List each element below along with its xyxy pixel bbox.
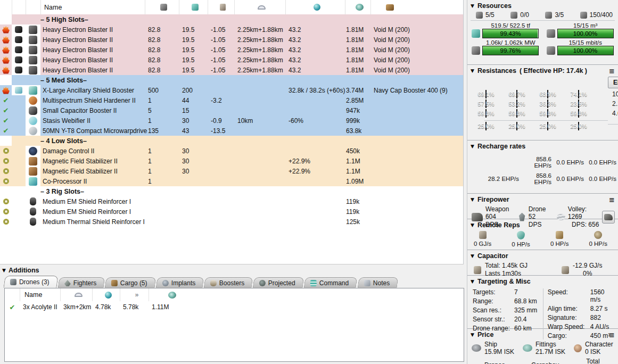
module-state-cell — [0, 85, 12, 95]
resources-header[interactable]: ▼ Resources — [471, 1, 615, 11]
firepower-menu-icon[interactable]: ≡ — [609, 196, 615, 203]
module-row[interactable]: Heavy Electron Blaster II82.819.5-1.052.… — [0, 45, 463, 55]
quantity-column-header[interactable]: » — [120, 288, 149, 301]
booster-icon — [210, 280, 217, 286]
module-charge-name — [370, 105, 463, 115]
resource-progress-bar: 100.00% — [557, 46, 614, 55]
module-row[interactable]: Heavy Electron Blaster II82.819.5-1.052.… — [0, 55, 463, 65]
layer-ehp-value: 2.18k — [608, 100, 618, 107]
charge-icon-cell — [12, 126, 26, 136]
stat-value: 882 — [590, 314, 601, 321]
module-row[interactable]: Magnetic Field Stabilizer II130+22.9%1.1… — [0, 156, 463, 166]
mag-stab-icon — [29, 157, 37, 166]
shield-boost-icon — [517, 231, 525, 239]
drone-name-column-header[interactable]: Name — [20, 288, 60, 301]
module-powergrid: 135 — [145, 126, 179, 136]
charge-icon-column-header[interactable] — [12, 0, 26, 14]
overheat-icon — [2, 46, 10, 54]
tab-fighters[interactable]: Fighters — [57, 277, 105, 288]
tab-boosters[interactable]: Boosters — [204, 277, 253, 288]
cap-charge-icon — [15, 87, 22, 94]
module-cpu — [179, 217, 208, 227]
tab-drones-3[interactable]: Drones (3) — [3, 276, 58, 288]
price-menu-icon[interactable]: ≡ — [609, 332, 615, 338]
capacitor-header[interactable]: ▼ Capacitor — [471, 251, 615, 261]
module-state-cell: ✔ — [0, 126, 12, 136]
tab-notes[interactable]: Notes — [357, 277, 398, 288]
module-icon-cell — [26, 24, 40, 35]
module-icon-cell — [26, 176, 40, 186]
hull-repair-icon — [594, 231, 602, 239]
tab-command[interactable]: Command — [304, 277, 358, 288]
module-row[interactable]: Heavy Electron Blaster II82.819.5-1.052.… — [0, 65, 463, 75]
resistances-menu-icon[interactable]: ≡ — [609, 68, 615, 75]
resource-bar-block: 15/15 mbit/s100.00% — [547, 39, 614, 55]
drone-state-column-header[interactable] — [5, 288, 20, 301]
module-row[interactable]: Medium EM Shield Reinforcer I119k — [0, 196, 463, 206]
module-misc: 43.2 — [285, 24, 345, 35]
drones-table-header: Name » — [5, 288, 464, 301]
stat-row: Sensor str.:20.4 — [473, 316, 541, 323]
resistances-header[interactable]: ▼ Resistances ( Effective HP: 17.4k ) ≡ — [471, 66, 615, 76]
module-name: Multispectrum Shield Hardener II — [40, 95, 145, 105]
module-row[interactable]: Damage Control II130450k — [0, 146, 463, 156]
module-row[interactable]: Magnetic Field Stabilizer II130+22.9%1.1… — [0, 166, 463, 176]
module-misc: -60% — [285, 115, 345, 126]
module-cap-use: -1.05 — [208, 65, 234, 75]
stat-label: Targets: — [473, 288, 514, 296]
charge-icon-cell — [12, 45, 26, 55]
tab-projected[interactable]: Projected — [253, 277, 304, 288]
drone-row[interactable]: ✔ 3x Acolyte II 3km+2km 4.78k 5.78k 1.11… — [5, 301, 464, 313]
thermal-resist-bar: 53.2% — [516, 100, 517, 108]
name-column-header[interactable]: Name — [40, 0, 145, 14]
module-cpu: 44 — [179, 95, 208, 105]
module-row[interactable]: Co-Processor II11.09M — [0, 176, 463, 186]
tab-label: Fighters — [73, 279, 96, 287]
module-charge-name: Void M (200) — [370, 35, 463, 45]
module-row[interactable]: ✔Small Capacitor Booster II515947k — [0, 105, 463, 115]
stat-row: Targets:7 — [473, 288, 541, 296]
tab-label: Notes — [373, 279, 389, 287]
module-row[interactable]: Medium EM Shield Reinforcer I119k — [0, 206, 463, 217]
em-resist-bar: 57.5% — [485, 100, 487, 108]
module-cpu: 30 — [179, 115, 208, 126]
firepower-header[interactable]: ▼ Firepower ≡ — [471, 195, 615, 204]
explosive-resist-bar: 25.0% — [578, 122, 579, 130]
state-column-header[interactable] — [0, 0, 12, 14]
module-cap-use: -0.9 — [208, 115, 234, 126]
module-row[interactable]: X-Large Ancillary Shield Booster50020032… — [0, 85, 463, 95]
module-misc — [285, 176, 345, 186]
module-state-cell: ✔ — [0, 115, 12, 126]
ehp-toggle-button[interactable]: EHP — [608, 77, 618, 88]
remote-rep-value: 0 HP/s — [550, 241, 569, 247]
module-icon-column-header[interactable] — [26, 0, 40, 14]
module-misc — [285, 126, 345, 136]
remote-reps-header[interactable]: ▼ Remote Reps — [471, 220, 615, 230]
module-row[interactable]: ✔Stasis Webifier II130-0.910km-60%999k — [0, 115, 463, 126]
module-name: X-Large Ancillary Shield Booster — [40, 85, 145, 95]
slot-section-header[interactable]: – 4 Low Slots– — [0, 136, 463, 146]
module-row[interactable]: Heavy Electron Blaster II82.819.5-1.052.… — [0, 24, 463, 35]
targeting-header[interactable]: ▼ Targeting & Misc — [471, 277, 615, 286]
slot-section-header[interactable]: – 5 High Slots– — [0, 14, 463, 24]
module-row[interactable]: Heavy Electron Blaster II82.819.5-1.052.… — [0, 35, 463, 45]
module-cap-use — [208, 206, 234, 217]
tab-implants[interactable]: Implants — [155, 277, 204, 288]
module-cap-use — [208, 156, 234, 166]
module-row[interactable]: Medium Thermal Shield Reinforcer I125k — [0, 217, 463, 227]
recharge-header[interactable]: ▼ Recharge rates — [471, 142, 615, 151]
module-icon-cell — [26, 217, 40, 227]
price-header[interactable]: ▼ Price ≡ — [471, 330, 615, 340]
module-cap-use — [208, 146, 234, 156]
slot-section-header[interactable]: – 5 Med Slots– — [0, 75, 463, 85]
module-cpu: 19.5 — [179, 55, 208, 65]
additions-header[interactable]: ▼ Additions — [0, 264, 467, 275]
module-row[interactable]: ✔50MN Y-T8 Compact Microwarpdrive13543-1… — [0, 126, 463, 136]
blaster-turret-icon — [29, 26, 37, 34]
module-row[interactable]: ✔Multispectrum Shield Hardener II144-3.2… — [0, 95, 463, 105]
stat-value: 1560 m/s — [590, 288, 615, 303]
module-cpu: 15 — [179, 105, 208, 115]
module-price: 2.85M — [345, 95, 370, 105]
tab-cargo-5[interactable]: Cargo (5) — [105, 277, 156, 288]
slot-section-header[interactable]: – 3 Rig Slots– — [0, 186, 463, 196]
